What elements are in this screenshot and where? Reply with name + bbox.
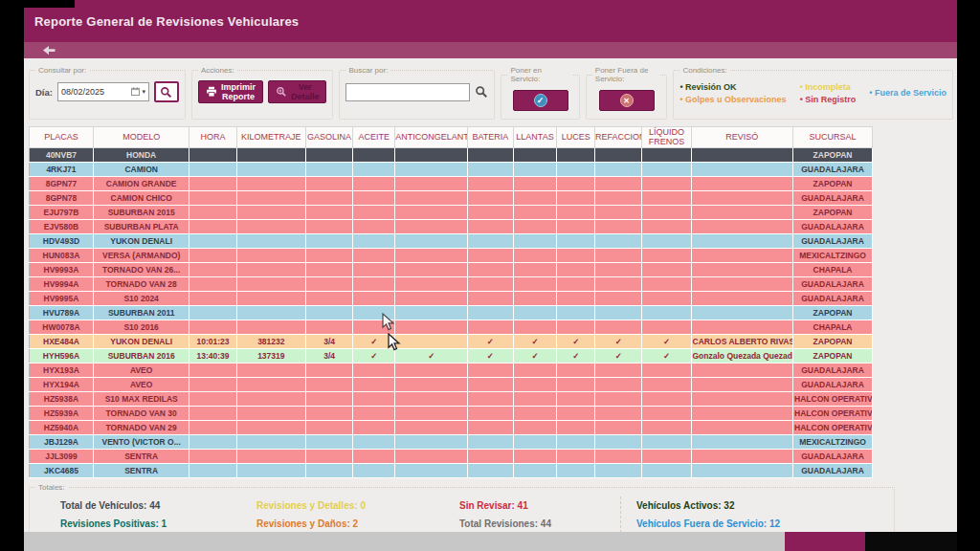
cell-reviso[interactable] bbox=[691, 378, 793, 392]
column-header-sucursal[interactable]: SUCURSAL bbox=[793, 127, 873, 148]
cell-luces[interactable] bbox=[557, 364, 595, 378]
cell-kilometraje[interactable] bbox=[236, 263, 305, 277]
cell-modelo[interactable]: TORNADO VAN 26... bbox=[93, 263, 189, 277]
column-header-gasolina[interactable]: GASOLINA bbox=[305, 127, 352, 148]
cell-llantas[interactable] bbox=[513, 220, 557, 234]
search-icon[interactable] bbox=[475, 85, 488, 99]
cell-gasolina[interactable] bbox=[305, 435, 352, 450]
cell-modelo[interactable]: SENTRA bbox=[93, 450, 189, 464]
table-row[interactable]: 40NVB7 HONDA ZAPOPAN bbox=[30, 148, 873, 163]
cell-aceite[interactable] bbox=[353, 263, 395, 277]
cell-modelo[interactable]: S10 MAX REDILAS bbox=[93, 392, 189, 407]
cell-sucursal[interactable]: GUADALAJARA bbox=[793, 450, 873, 464]
cell-bateria[interactable] bbox=[468, 306, 514, 320]
cell-llantas[interactable] bbox=[513, 392, 557, 407]
cell-sucursal[interactable]: CHAPALA bbox=[793, 263, 873, 277]
cell-kilometraje[interactable] bbox=[236, 435, 305, 450]
cell-aceite[interactable] bbox=[353, 234, 395, 249]
cell-bateria[interactable] bbox=[468, 177, 514, 191]
cell-anticongelante[interactable] bbox=[395, 306, 468, 320]
date-dropdown-icon[interactable]: ▾ bbox=[142, 88, 145, 96]
cell-placas[interactable]: 8GPN78 bbox=[30, 191, 94, 206]
cell-refaccion[interactable] bbox=[595, 320, 642, 335]
cell-sucursal[interactable]: ZAPOPAN bbox=[793, 148, 873, 163]
cell-liquido-frenos[interactable] bbox=[642, 220, 691, 234]
cell-placas[interactable]: HYX193A bbox=[30, 364, 94, 378]
cell-aceite[interactable] bbox=[353, 277, 395, 292]
table-row[interactable]: HZ5938A S10 MAX REDILAS HALCON OPERATIVO bbox=[30, 392, 873, 407]
table-row[interactable]: HUN083A VERSA (ARMANDO) MEXICALTZINGO bbox=[30, 249, 873, 263]
cell-refaccion[interactable] bbox=[595, 163, 642, 177]
cell-reviso[interactable] bbox=[691, 148, 793, 163]
column-header-hora[interactable]: HORA bbox=[189, 127, 236, 148]
cell-anticongelante[interactable] bbox=[395, 191, 468, 206]
cell-liquido-frenos[interactable]: ✓ bbox=[642, 335, 691, 349]
cell-aceite[interactable] bbox=[353, 407, 395, 421]
table-row[interactable]: HYX194A AVEO GUADALAJARA bbox=[30, 378, 873, 392]
cell-bateria[interactable] bbox=[468, 148, 514, 163]
cell-llantas[interactable] bbox=[513, 234, 557, 249]
cell-modelo[interactable]: HONDA bbox=[93, 148, 189, 163]
cell-gasolina[interactable] bbox=[305, 206, 352, 220]
cell-llantas[interactable] bbox=[513, 306, 557, 320]
cell-refaccion[interactable] bbox=[595, 378, 642, 392]
cell-aceite[interactable] bbox=[353, 464, 395, 478]
cell-modelo[interactable]: YUKON DENALI bbox=[93, 234, 189, 249]
table-row[interactable]: HXE484A YUKON DENALI 10:01:23 381232 3/4… bbox=[30, 335, 873, 349]
cell-liquido-frenos[interactable] bbox=[642, 263, 691, 277]
cell-modelo[interactable]: AVEO bbox=[93, 378, 189, 392]
cell-refaccion[interactable] bbox=[595, 364, 642, 378]
cell-aceite[interactable] bbox=[353, 320, 395, 335]
cell-gasolina[interactable]: 3/4 bbox=[305, 335, 352, 349]
cell-liquido-frenos[interactable] bbox=[642, 148, 691, 163]
cell-kilometraje[interactable] bbox=[236, 392, 305, 407]
cell-aceite[interactable] bbox=[353, 292, 395, 306]
cell-aceite[interactable] bbox=[353, 249, 395, 263]
cell-refaccion[interactable] bbox=[595, 407, 642, 421]
table-row[interactable]: HYX193A AVEO GUADALAJARA bbox=[30, 364, 873, 378]
cell-anticongelante[interactable] bbox=[395, 392, 468, 407]
table-row[interactable]: 8GPN77 CAMION GRANDE ZAPOPAN bbox=[30, 177, 873, 191]
ver-detalle-button[interactable]: Ver Detalle bbox=[268, 80, 327, 103]
column-header-liquido-frenos[interactable]: LÍQUIDO FRENOS bbox=[642, 127, 691, 148]
cell-sucursal[interactable]: GUADALAJARA bbox=[793, 234, 873, 249]
cell-kilometraje[interactable] bbox=[236, 306, 305, 320]
cell-sucursal[interactable]: GUADALAJARA bbox=[793, 364, 873, 378]
cell-refaccion[interactable]: ✓ bbox=[595, 349, 642, 364]
cell-bateria[interactable] bbox=[468, 392, 514, 407]
cell-gasolina[interactable] bbox=[305, 292, 352, 306]
cell-liquido-frenos[interactable] bbox=[642, 249, 691, 263]
cell-reviso[interactable] bbox=[691, 263, 793, 277]
cell-sucursal[interactable]: GUADALAJARA bbox=[793, 163, 873, 177]
cell-kilometraje[interactable] bbox=[236, 421, 305, 435]
cell-sucursal[interactable]: CHAPALA bbox=[793, 320, 873, 335]
cell-placas[interactable]: HV9994A bbox=[30, 277, 94, 292]
cell-liquido-frenos[interactable] bbox=[642, 364, 691, 378]
cell-bateria[interactable] bbox=[468, 191, 514, 206]
cell-placas[interactable]: HYH596A bbox=[30, 349, 94, 364]
cell-luces[interactable] bbox=[557, 206, 595, 220]
cell-hora[interactable] bbox=[189, 306, 236, 320]
cell-reviso[interactable]: Gonzalo Quezada Quezada bbox=[691, 349, 793, 364]
cell-reviso[interactable] bbox=[691, 320, 793, 335]
cell-modelo[interactable]: YUKON DENALI bbox=[93, 335, 189, 349]
cell-aceite[interactable] bbox=[353, 378, 395, 392]
table-row[interactable]: HV9995A S10 2024 GUADALAJARA bbox=[30, 292, 873, 306]
table-row[interactable]: HV9994A TORNADO VAN 28 GUADALAJARA bbox=[30, 277, 873, 292]
cell-liquido-frenos[interactable] bbox=[642, 320, 691, 335]
cell-gasolina[interactable] bbox=[305, 464, 352, 478]
column-header-luces[interactable]: LUCES bbox=[557, 127, 595, 148]
cell-gasolina[interactable] bbox=[305, 277, 352, 292]
cell-liquido-frenos[interactable] bbox=[642, 292, 691, 306]
cell-placas[interactable]: HW0078A bbox=[30, 320, 94, 335]
column-header-bateria[interactable]: BATERIA bbox=[468, 127, 514, 148]
cell-hora[interactable] bbox=[189, 206, 236, 220]
cell-refaccion[interactable] bbox=[595, 148, 642, 163]
cell-liquido-frenos[interactable] bbox=[642, 392, 691, 407]
cell-hora[interactable] bbox=[189, 220, 236, 234]
cell-sucursal[interactable]: ZAPOPAN bbox=[793, 306, 873, 320]
cell-llantas[interactable]: ✓ bbox=[513, 349, 557, 364]
cell-llantas[interactable] bbox=[513, 320, 557, 335]
cell-bateria[interactable] bbox=[468, 277, 514, 292]
cell-sucursal[interactable]: ZAPOPAN bbox=[793, 335, 873, 349]
